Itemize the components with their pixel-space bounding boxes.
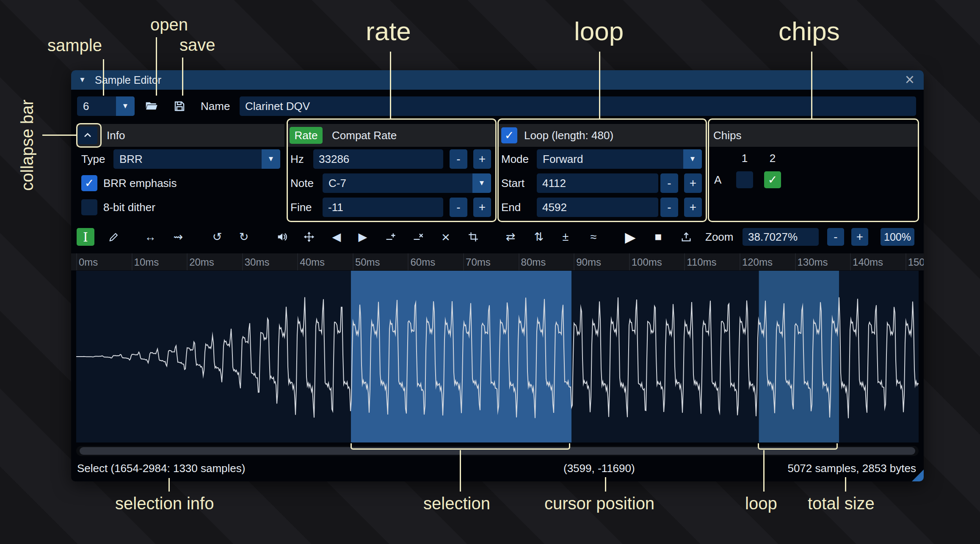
stop-preview-button[interactable]: ■	[649, 228, 667, 246]
timeline-tick	[353, 253, 353, 270]
annotation-line	[605, 477, 606, 492]
timeline-label: 50ms	[355, 256, 380, 268]
annotation-line	[845, 477, 846, 492]
timeline-label: 90ms	[576, 256, 601, 268]
fade-in-button[interactable]: ◀	[328, 228, 345, 246]
annotation-collapse-bar-label: collapse bar	[18, 82, 37, 191]
annotation-line	[42, 135, 76, 136]
timeline-label: 110ms	[687, 256, 716, 268]
stop-icon: ■	[655, 230, 662, 244]
fade-in-icon: ◀	[332, 230, 341, 244]
annotation-loop-marker-label: loop	[745, 494, 777, 513]
draw-mode-button[interactable]	[105, 228, 122, 246]
zoom-input[interactable]	[743, 228, 819, 246]
apply-silence-button[interactable]	[409, 228, 427, 246]
annotation-line	[460, 450, 461, 492]
annotation-chips-outline	[708, 118, 919, 222]
normalize-button[interactable]	[300, 228, 318, 246]
timeline-tick	[242, 253, 243, 270]
timeline-tick	[408, 253, 409, 270]
zoom-reset-label: 100%	[884, 231, 911, 243]
screenshot-root: ▼ Sample Editor × 6 ▼ Name	[0, 0, 980, 544]
timeline-label: 0ms	[79, 256, 98, 268]
timeline-label: 20ms	[189, 256, 214, 268]
invert-icon: ⇅	[534, 230, 544, 244]
annotation-line	[168, 478, 170, 492]
timeline-label: 60ms	[410, 256, 435, 268]
zoom-in-button[interactable]: +	[851, 228, 868, 246]
annotation-rate-label: rate	[366, 16, 411, 46]
upload-icon	[680, 231, 692, 243]
crop-icon	[468, 231, 479, 242]
type-select[interactable]: BRR ▼	[113, 149, 280, 169]
name-input[interactable]	[240, 96, 916, 116]
plus-icon: +	[856, 230, 863, 244]
sign-button[interactable]: ±	[557, 228, 574, 246]
annotation-line	[156, 37, 157, 96]
annotation-cursor-position-label: cursor position	[544, 494, 654, 513]
timeline-tick	[519, 253, 519, 270]
undo-button[interactable]: ↺	[208, 228, 226, 246]
close-icon[interactable]: ×	[905, 70, 914, 89]
redo-button[interactable]: ↻	[235, 228, 253, 246]
resize-grip[interactable]	[912, 470, 924, 481]
timeline-tick	[76, 253, 77, 270]
chevron-down-icon[interactable]: ▼	[262, 149, 280, 169]
fade-out-button[interactable]: ▶	[354, 228, 372, 246]
open-sample-button[interactable]	[141, 96, 162, 116]
resample-button[interactable]: ⇝	[169, 228, 187, 246]
annotation-selection-label: selection	[423, 494, 490, 513]
caret-glyph: ▼	[122, 102, 129, 110]
select-mode-button[interactable]: I	[77, 228, 94, 246]
preview-button[interactable]: ▶	[621, 228, 639, 246]
trim-button[interactable]	[464, 228, 482, 246]
brr-emphasis-checkbox[interactable]: ✓	[81, 175, 97, 191]
dither-checkbox[interactable]	[81, 199, 97, 215]
zoom-reset-button[interactable]: 100%	[881, 228, 914, 246]
play-icon: ▶	[625, 229, 635, 245]
titlebar[interactable]: ▼ Sample Editor ×	[71, 70, 924, 90]
minus-icon: -	[834, 230, 837, 244]
zoom-out-button[interactable]: -	[827, 228, 844, 246]
insert-silence-button[interactable]	[382, 228, 400, 246]
resize-icon: ↔	[145, 231, 156, 244]
save-sample-button[interactable]	[169, 96, 190, 116]
invert-button[interactable]: ⇅	[530, 228, 548, 246]
timeline-tick	[850, 253, 851, 270]
timeline-tick	[740, 253, 740, 270]
info-title: Info	[107, 124, 125, 147]
sample-number-select[interactable]: 6 ▼	[77, 96, 135, 116]
check-icon: ✓	[85, 176, 94, 190]
reverse-button[interactable]: ⇄	[502, 228, 519, 246]
timeline-label: 40ms	[300, 256, 325, 268]
caret-glyph: ▼	[268, 155, 275, 163]
delete-button[interactable]: ×	[437, 228, 455, 246]
filter-button[interactable]: ≈	[585, 228, 602, 246]
amplify-button[interactable]	[273, 228, 291, 246]
create-wavetable-button[interactable]	[677, 228, 695, 246]
speaker-icon	[276, 231, 288, 243]
window-title: Sample Editor	[95, 70, 161, 90]
timeline-label: 150ms	[908, 256, 924, 268]
line-cross-icon	[412, 231, 424, 243]
resize-button[interactable]: ↔	[141, 228, 159, 246]
annotation-total-size-label: total size	[808, 494, 875, 513]
selection-info-text: Select (1654-2984: 1330 samples)	[77, 462, 245, 475]
waveform-canvas[interactable]	[76, 271, 919, 442]
chevron-down-icon[interactable]: ▼	[116, 96, 135, 116]
info-panel: Info Type BRR ▼ ✓ BRR emphasis 8-bit dit…	[76, 124, 284, 219]
annotation-save-label: save	[179, 36, 215, 55]
timeline-tick	[187, 253, 188, 270]
dither-label: 8-bit dither	[103, 198, 155, 217]
folder-open-icon	[145, 99, 158, 113]
timeline-ruler[interactable]: 0ms10ms20ms30ms40ms50ms60ms70ms80ms90ms1…	[71, 253, 924, 271]
four-arrows-icon	[303, 231, 315, 243]
pencil-icon	[108, 231, 119, 243]
info-header: Info	[76, 124, 284, 147]
ibeam-cursor-icon: I	[83, 230, 88, 245]
zoom-label: Zoom	[705, 228, 733, 246]
window-collapse-icon[interactable]: ▼	[79, 70, 86, 90]
timeline-tick	[132, 253, 133, 270]
save-icon	[173, 100, 186, 113]
annotation-selection-bracket	[351, 443, 570, 450]
